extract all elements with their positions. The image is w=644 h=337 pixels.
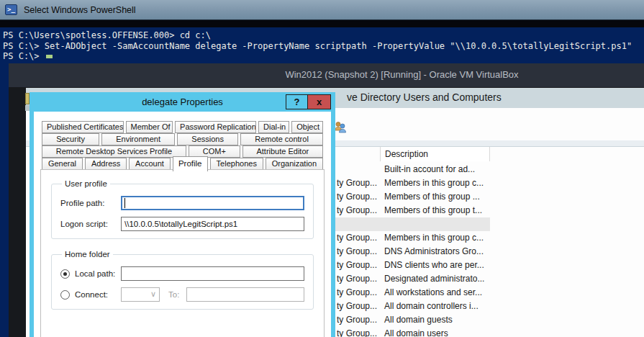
- list-item[interactable]: ty Group... Members of this group t...: [332, 204, 490, 217]
- console-cursor: [46, 55, 53, 58]
- virtualbox-titlebar[interactable]: Win2012 (Snapshot 2) [Running] - Oracle …: [9, 63, 644, 87]
- tab[interactable]: Password Replication: [175, 121, 256, 133]
- text-caret: [124, 198, 125, 208]
- list-item-description: All workstations and ser...: [384, 286, 482, 300]
- tab-row-1: Published CertificatesMember OfPassword …: [42, 121, 323, 133]
- tab[interactable]: Organization: [266, 158, 323, 170]
- list-item-description: Built-in account for ad...: [384, 163, 475, 176]
- dialog-title: delegate Properties: [142, 96, 223, 107]
- list-item-description: DNS Administrators Gro...: [384, 245, 484, 259]
- connect-radio[interactable]: [60, 290, 70, 300]
- ad-object-list: Built-in account for ad... ty Group... M…: [332, 163, 490, 337]
- list-item-description: All domain controllers i...: [384, 300, 479, 313]
- drive-letter-select[interactable]: ∨: [121, 287, 160, 302]
- list-item[interactable]: ty Group... Members in this group c...: [332, 176, 490, 190]
- user-profile-group: User profile Profile path: Logon script:: [51, 179, 314, 239]
- list-item[interactable]: ty Group... All domain users: [332, 327, 490, 337]
- list-item-type: ty Group...: [337, 327, 381, 337]
- list-item[interactable]: ty Group... DNS Administrators Gro...: [332, 245, 490, 259]
- delegate-properties-dialog: delegate Properties ? x Published Certif…: [30, 92, 335, 337]
- list-item-type: ty Group...: [337, 190, 381, 204]
- tab[interactable]: Environment: [101, 133, 175, 145]
- tab-row-4: GeneralAddressAccountProfileTelephonesOr…: [42, 158, 323, 170]
- tab[interactable]: Published Certificates: [42, 121, 124, 133]
- dialog-body: Published CertificatesMember OfPassword …: [34, 112, 331, 337]
- powershell-icon: >_: [5, 4, 17, 15]
- list-item-type: ty Group...: [337, 272, 381, 286]
- list-item-description: All domain guests: [384, 313, 453, 327]
- list-item[interactable]: ty Group... Designated administrato...: [332, 272, 490, 286]
- list-item-type: ty Group...: [337, 313, 381, 327]
- logon-script-label: Logon script:: [60, 220, 121, 228]
- tab[interactable]: Telephones: [210, 158, 263, 170]
- list-item[interactable]: ty Group... DNS clients who are per...: [332, 259, 490, 272]
- user-profile-legend: User profile: [62, 179, 110, 188]
- tab[interactable]: Attribute Editor: [242, 145, 323, 158]
- home-folder-legend: Home folder: [62, 250, 113, 259]
- local-path-label: Local path:: [75, 269, 121, 278]
- tab-row-2: SecurityEnvironmentSessionsRemote contro…: [42, 133, 323, 145]
- list-item-description: All domain users: [384, 327, 448, 337]
- description-column-header[interactable]: Description: [380, 147, 490, 161]
- profile-path-input[interactable]: [121, 196, 304, 210]
- local-path-input[interactable]: [121, 266, 304, 281]
- powershell-titlebar[interactable]: >_ Select Windows PowerShell: [0, 0, 644, 20]
- list-item-description: Designated administrato...: [384, 272, 484, 286]
- list-item-type: ty Group...: [337, 259, 381, 272]
- list-item-description: Members of this group ...: [384, 190, 480, 204]
- users-group-icon[interactable]: [334, 121, 347, 133]
- list-item[interactable]: [332, 217, 490, 231]
- tab[interactable]: Account: [129, 158, 171, 170]
- powershell-window-frame: [0, 20, 644, 27]
- console-line: PS C:\> Set-ADObject -SamAccountName del…: [3, 41, 644, 52]
- list-item[interactable]: ty Group... Members of this group ...: [332, 190, 490, 204]
- tab[interactable]: Address: [85, 158, 127, 170]
- tab[interactable]: Member Of: [126, 121, 173, 133]
- tab[interactable]: Object: [291, 121, 323, 133]
- close-button[interactable]: x: [307, 94, 331, 109]
- console-line: PS C:\>: [3, 51, 644, 62]
- chevron-down-icon: ∨: [150, 289, 156, 299]
- list-item-description: Members in this group c...: [384, 231, 484, 245]
- local-path-radio[interactable]: [60, 269, 70, 279]
- list-item-description: DNS clients who are per...: [384, 259, 484, 272]
- dialog-tabs: Published CertificatesMember OfPassword …: [42, 121, 323, 170]
- help-button[interactable]: ?: [286, 94, 307, 109]
- tab[interactable]: Dial-in: [258, 121, 289, 133]
- list-item-type: ty Group...: [337, 231, 381, 245]
- powershell-title: Select Windows PowerShell: [24, 5, 136, 15]
- virtualbox-title: Win2012 (Snapshot 2) [Running] - Oracle …: [285, 69, 518, 80]
- list-item-description: Members of this group t...: [384, 204, 482, 217]
- profile-path-label: Profile path:: [60, 199, 121, 207]
- list-item-type: ty Group...: [337, 286, 381, 300]
- home-folder-group: Home folder Local path: Connect: ∨ To:: [51, 250, 314, 310]
- list-item[interactable]: ty Group... Members in this group c...: [332, 231, 490, 245]
- list-item-type: ty Group...: [337, 300, 381, 313]
- connect-label: Connect:: [75, 290, 121, 299]
- console-line: PS C:\Users\spotless.OFFENSE.000> cd c:\: [3, 30, 644, 41]
- list-item[interactable]: ty Group... All domain guests: [332, 313, 490, 327]
- list-item[interactable]: ty Group... All workstations and ser...: [332, 286, 490, 300]
- dialog-titlebar[interactable]: delegate Properties ? x: [30, 92, 335, 112]
- list-item-type: ty Group...: [337, 204, 381, 217]
- list-item[interactable]: ty Group... All domain controllers i...: [332, 300, 490, 313]
- tab[interactable]: Remote control: [240, 133, 323, 145]
- tab[interactable]: Profile: [173, 156, 208, 171]
- tab[interactable]: Remote Desktop Services Profile: [42, 145, 186, 158]
- list-item[interactable]: Built-in account for ad...: [332, 163, 490, 176]
- tab[interactable]: General: [42, 158, 83, 170]
- connect-path-input[interactable]: [186, 287, 304, 302]
- tab[interactable]: Sessions: [177, 133, 238, 145]
- list-item-description: Members in this group c...: [384, 176, 484, 190]
- list-item-type: ty Group...: [337, 176, 381, 190]
- to-label: To:: [168, 290, 179, 299]
- logon-script-input[interactable]: [121, 217, 304, 231]
- list-item-type: ty Group...: [337, 245, 381, 259]
- ad-window-title: ve Directory Users and Computers: [347, 91, 502, 103]
- profile-tab-panel: User profile Profile path: Logon script:…: [40, 169, 325, 337]
- tab[interactable]: Security: [42, 133, 99, 145]
